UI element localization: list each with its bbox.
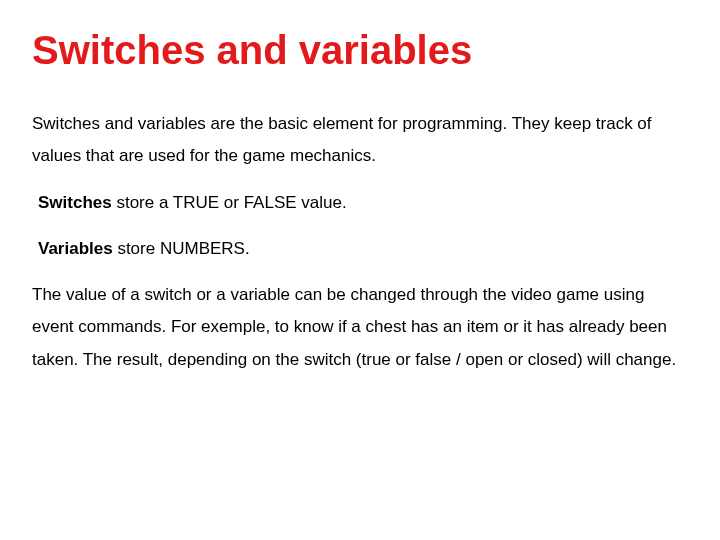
detail-paragraph: The value of a switch or a variable can …	[32, 279, 688, 376]
variables-label: Variables	[38, 239, 113, 258]
switches-label: Switches	[38, 193, 112, 212]
variables-rest: store NUMBERS.	[113, 239, 250, 258]
switches-rest: store a TRUE or FALSE value.	[112, 193, 347, 212]
switches-paragraph: Switches store a TRUE or FALSE value.	[38, 187, 688, 219]
slide-body: Switches and variables are the basic ele…	[32, 108, 688, 376]
intro-paragraph: Switches and variables are the basic ele…	[32, 108, 688, 173]
slide: Switches and variables Switches and vari…	[0, 0, 720, 540]
variables-paragraph: Variables store NUMBERS.	[38, 233, 688, 265]
slide-title: Switches and variables	[32, 28, 688, 72]
